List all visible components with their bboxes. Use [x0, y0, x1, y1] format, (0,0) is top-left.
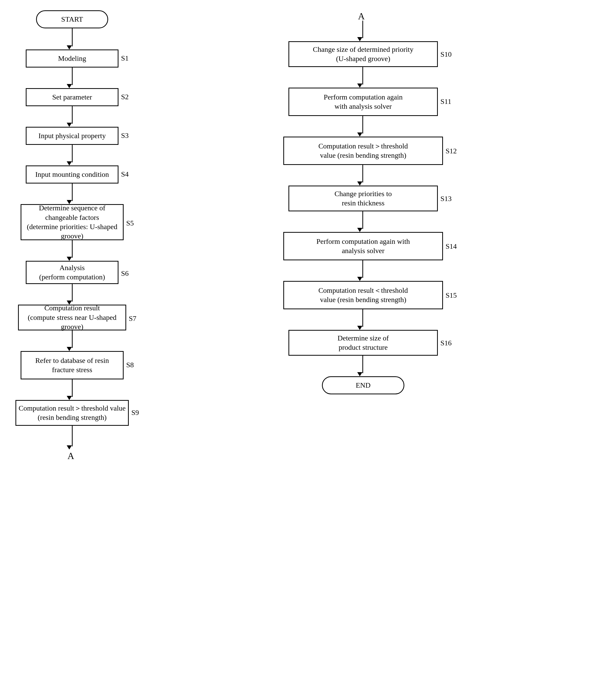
- arrowhead-s3-s4: [67, 161, 72, 165]
- arrowhead-s13-s14: [357, 228, 362, 232]
- s13-node: Change priorities to resin thickness: [289, 186, 438, 211]
- s3-step: S3: [121, 132, 129, 140]
- s8-node: Refer to database of resin fracture stre…: [21, 351, 124, 379]
- s3-label: Input physical property: [38, 131, 106, 140]
- s16-label: Determine size of product structure: [337, 334, 389, 352]
- s12-step: S12: [446, 147, 457, 155]
- arrow-s2-s3: [72, 106, 73, 124]
- s6-step: S6: [121, 269, 129, 278]
- start-node: START: [36, 10, 108, 28]
- s4-label: Input mounting condition: [35, 170, 109, 179]
- s10-label: Change size of determined priority (U-sh…: [313, 45, 413, 64]
- arrowhead-s9-a: [67, 445, 72, 449]
- s15-step: S15: [446, 291, 457, 299]
- end-node: END: [322, 376, 404, 394]
- s3-node: Input physical property: [26, 127, 118, 145]
- s6-node: Analysis (perform computation): [26, 261, 118, 284]
- arrowhead-s16-end: [357, 372, 362, 376]
- s9-node: Computation result＞threshold value (resi…: [15, 400, 129, 426]
- s6-label: Analysis (perform computation): [39, 263, 105, 282]
- arrowhead-s5-s6: [67, 257, 72, 261]
- s13-label: Change priorities to resin thickness: [335, 189, 392, 208]
- s16-node: Determine size of product structure: [289, 330, 438, 356]
- arrowhead-s15-s16: [357, 326, 362, 330]
- s1-node: Modeling: [26, 49, 118, 67]
- s12-label: Computation result＞threshold value (resi…: [318, 141, 408, 160]
- s5-label: Determine sequence of changeable factors…: [27, 203, 117, 241]
- arrowhead-s8-s9: [67, 396, 72, 400]
- arrowhead-s2-s3: [67, 123, 72, 127]
- s13-step: S13: [440, 195, 452, 203]
- flowchart-diagram: START Modeling S1 Set parameter S2 Input…: [0, 0, 614, 700]
- arrow-s5-s6: [72, 240, 73, 258]
- arrowhead-s1-s2: [67, 84, 72, 88]
- arrow-s8-s9: [72, 379, 73, 397]
- s11-step: S11: [440, 97, 451, 106]
- s7-step: S7: [129, 314, 137, 323]
- arrow-s9-a: [72, 426, 73, 446]
- s11-label: Perform computation again with analysis …: [324, 92, 402, 111]
- s15-label: Computation result＜threshold value (resi…: [318, 286, 408, 305]
- s8-step: S8: [126, 361, 134, 369]
- s11-node: Perform computation again with analysis …: [289, 88, 438, 116]
- s16-step: S16: [440, 339, 452, 347]
- arrow-s7-s8: [72, 330, 73, 348]
- arrow-s3-s4: [72, 145, 73, 162]
- s10-step: S10: [440, 50, 452, 59]
- arrowhead-s12-s13: [357, 182, 362, 186]
- end-label: END: [356, 381, 371, 390]
- arrowhead-s14-s15: [357, 277, 362, 281]
- arrow-s6-s7: [72, 284, 73, 302]
- top-a-label-right: A: [358, 11, 365, 22]
- arrow-s11-s12: [362, 116, 363, 134]
- s1-step: S1: [121, 54, 129, 62]
- s15-node: Computation result＜threshold value (resi…: [283, 281, 443, 309]
- arrow-s14-s15: [362, 260, 363, 278]
- s2-step: S2: [121, 93, 129, 101]
- arrow-s13-s14: [362, 211, 363, 229]
- arrowhead-s10-s11: [357, 84, 362, 88]
- s14-node: Perform computation again with analysis …: [283, 232, 443, 260]
- s10-node: Change size of determined priority (U-sh…: [289, 41, 438, 67]
- arrow-s16-end: [362, 356, 363, 373]
- arrow-a-s10: [362, 21, 363, 38]
- arrow-s12-s13: [362, 165, 363, 183]
- bottom-a-label: A: [67, 451, 74, 461]
- s1-label: Modeling: [58, 54, 86, 63]
- arrow-s10-s11: [362, 67, 363, 85]
- s9-step: S9: [131, 409, 139, 417]
- s14-step: S14: [446, 242, 457, 251]
- arrow-s1-s2: [72, 67, 73, 85]
- start-label: START: [61, 15, 83, 24]
- s2-node: Set parameter: [26, 88, 118, 106]
- arrow-s4-s5: [72, 184, 73, 201]
- arrowhead-s11-s12: [357, 133, 362, 137]
- arrowhead-s7-s8: [67, 347, 72, 351]
- s14-label: Perform computation again with analysis …: [316, 237, 410, 256]
- s5-node: Determine sequence of changeable factors…: [21, 204, 124, 240]
- arrow-start-s1: [72, 28, 73, 46]
- s2-label: Set parameter: [52, 92, 92, 102]
- s8-label: Refer to database of resin fracture stre…: [35, 356, 109, 375]
- s9-label: Computation result＞threshold value (resi…: [18, 404, 125, 422]
- s5-step: S5: [126, 219, 134, 227]
- arrowhead-a-s10: [357, 37, 362, 41]
- s7-label: Computation result (compute stress near …: [19, 303, 125, 332]
- s4-node: Input mounting condition: [26, 165, 118, 184]
- arrow-s15-s16: [362, 309, 363, 327]
- s12-node: Computation result＞threshold value (resi…: [283, 137, 443, 165]
- s4-step: S4: [121, 170, 129, 178]
- arrowhead-start-s1: [67, 45, 72, 49]
- s7-node: Computation result (compute stress near …: [18, 305, 126, 330]
